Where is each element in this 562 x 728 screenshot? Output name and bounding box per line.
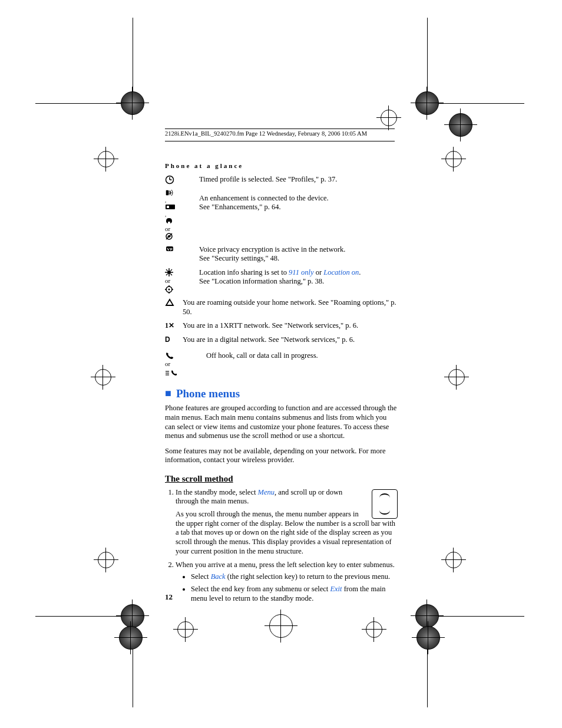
section-title: Phone at a glance	[165, 162, 398, 170]
page-content: Phone at a glance Timed profile is selec…	[165, 162, 398, 608]
reg-mark-icon	[97, 150, 115, 168]
enhancement-text-2: See "Enhancements," p. 64.	[199, 203, 398, 212]
enhancement-icons: , , or	[165, 189, 199, 241]
reg-mark-icon	[365, 621, 383, 638]
svg-line-15	[171, 269, 173, 271]
offhook-icons: or	[165, 351, 206, 375]
reg-mark-icon	[120, 90, 146, 116]
offhook-text: Off hook, call or data call in progress.	[206, 351, 398, 361]
reg-mark-icon	[414, 90, 440, 116]
svg-line-16	[166, 274, 168, 275]
phone-menus-heading: ■Phone menus	[165, 387, 398, 401]
bullet-1: Select Back (the right selection key) to…	[191, 572, 398, 582]
location-icons: or	[165, 268, 199, 294]
bullet-2: Select the end key from any submenu or s…	[191, 585, 398, 603]
menu-link: Menu	[258, 488, 275, 496]
enhancement-text-1: An enhancement is connected to the devic…	[199, 194, 398, 203]
step-1-sub: As you scroll through the menus, the men…	[176, 510, 398, 556]
reg-mark-icon	[94, 368, 112, 386]
reg-mark-icon	[118, 625, 144, 651]
svg-rect-4	[167, 206, 169, 208]
1xrtt-icon: 1✕	[165, 321, 183, 330]
timed-profile-text: Timed profile is selected. See "Profiles…	[199, 175, 398, 185]
location-on-link: Location on	[323, 268, 359, 276]
location-text-1: Location info sharing is set to 911 only…	[199, 268, 398, 278]
svg-line-14	[166, 269, 168, 271]
voice-privacy-text-2: See "Security settings," 48.	[199, 254, 398, 263]
reg-mark-icon	[445, 551, 462, 569]
voice-privacy-text-1: Voice privacy encryption is active in th…	[199, 245, 398, 255]
reg-mark-icon	[268, 613, 294, 639]
svg-line-17	[171, 274, 173, 275]
header-text: 2128i.ENv1a_BIL_9240270.fm Page 12 Wedne…	[165, 130, 367, 137]
svg-text:VP: VP	[167, 247, 173, 252]
911-only-link: 911 only	[289, 268, 313, 276]
reg-mark-icon	[448, 112, 474, 138]
reg-mark-icon	[445, 150, 462, 168]
page-header: 2128i.ENv1a_BIL_9240270.fm Page 12 Wedne…	[165, 129, 395, 141]
paragraph-2: Some features may not be available, depe…	[165, 447, 398, 465]
reg-mark-icon	[97, 551, 115, 569]
page-number: 12	[165, 592, 173, 602]
back-link: Back	[211, 572, 226, 581]
clock-icon	[165, 175, 199, 185]
roaming-icon	[165, 298, 183, 307]
or-label: or	[165, 277, 170, 284]
digital-text: You are in a digital network. See "Netwo…	[183, 335, 398, 345]
digital-icon: D	[165, 335, 183, 344]
paragraph-1: Phone features are grouped according to …	[165, 404, 398, 441]
reg-mark-icon	[448, 368, 465, 386]
square-bullet-icon: ■	[165, 387, 171, 399]
or-label: or	[165, 361, 170, 368]
reg-mark-icon	[177, 621, 194, 638]
scroll-key-icon	[372, 489, 398, 519]
exit-link: Exit	[330, 585, 342, 593]
step-1: In the standby mode, select Menu, and sc…	[176, 488, 398, 556]
svg-point-19	[168, 288, 170, 290]
svg-point-9	[167, 271, 171, 274]
1xrtt-text: You are in a 1XRTT network. See "Network…	[183, 321, 398, 331]
roaming-text: You are roaming outside your home networ…	[183, 298, 398, 317]
or-label: or	[165, 225, 170, 232]
voice-privacy-icon: VP	[165, 245, 199, 252]
scroll-method-heading: The scroll method	[165, 473, 398, 485]
step-2: When you arrive at a menu, press the lef…	[176, 561, 398, 604]
reg-mark-icon	[380, 109, 398, 127]
reg-mark-icon	[415, 625, 441, 651]
location-text-2: See "Location information sharing," p. 3…	[199, 277, 398, 286]
